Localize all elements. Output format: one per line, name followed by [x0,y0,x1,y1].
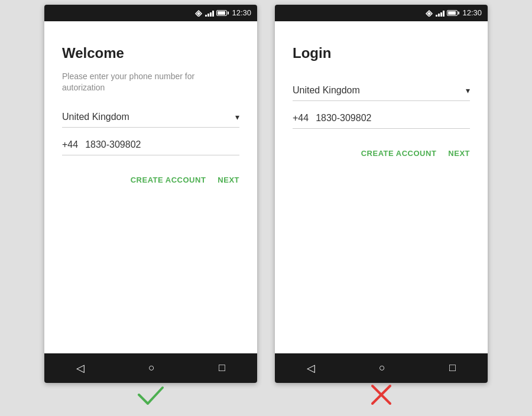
right-phone-wrapper: 12:30 Login United Kingdom ▾ +44 1830-30… [275,5,488,412]
right-screen: Login United Kingdom ▾ +44 1830-309802 C… [275,21,488,353]
right-status-icons: 12:30 [425,8,482,17]
right-nav-bar: ◁ ○ □ [275,353,488,383]
right-dropdown-arrow: ▾ [466,86,470,95]
left-phone-input-row: +44 1830-309802 [62,139,239,155]
battery-icon [216,10,227,16]
left-home-button[interactable]: ○ [148,362,155,374]
left-action-buttons: CREATE ACCOUNT NEXT [62,173,239,187]
left-screen-subtitle: Please enter your phone number for autor… [62,71,239,94]
right-battery-icon [447,10,458,16]
right-action-buttons: CREATE ACCOUNT NEXT [293,147,470,160]
left-phone-number: 1830-309802 [85,139,239,150]
right-wifi-icon [425,9,433,17]
right-phone-number: 1830-309802 [316,113,470,124]
left-nav-bar: ◁ ○ □ [44,353,257,383]
check-icon [136,383,166,407]
right-country-label: United Kingdom [293,85,360,96]
signal-icon [205,9,214,17]
right-recents-button[interactable]: □ [449,362,456,374]
left-country-select[interactable]: United Kingdom ▾ [62,112,239,128]
left-status-icons: 12:30 [194,8,251,17]
left-back-button[interactable]: ◁ [76,362,85,375]
right-phone-input-row: +44 1830-309802 [293,113,470,129]
right-signal-icon [436,9,445,17]
phones-row: 12:30 Welcome Please enter your phone nu… [44,5,488,412]
left-country-code: +44 [62,139,78,150]
left-screen: Welcome Please enter your phone number f… [44,21,257,353]
right-time: 12:30 [462,8,482,17]
right-country-code: +44 [293,113,309,124]
left-create-account-button[interactable]: CREATE ACCOUNT [131,173,206,187]
left-indicator [44,383,257,412]
right-screen-title: Login [293,45,470,61]
left-country-label: United Kingdom [62,112,129,122]
right-phone: 12:30 Login United Kingdom ▾ +44 1830-30… [275,5,488,383]
left-time: 12:30 [232,8,251,17]
left-phone-wrapper: 12:30 Welcome Please enter your phone nu… [44,5,257,412]
right-create-account-button[interactable]: CREATE ACCOUNT [361,147,437,160]
left-status-bar: 12:30 [44,5,257,21]
right-status-bar: 12:30 [275,5,488,21]
wifi-icon [194,9,203,17]
right-back-button[interactable]: ◁ [307,362,315,375]
left-screen-title: Welcome [62,45,239,61]
cross-icon [366,383,396,407]
right-country-select[interactable]: United Kingdom ▾ [293,85,470,101]
left-next-button[interactable]: NEXT [218,173,239,187]
left-dropdown-arrow: ▾ [235,112,239,122]
right-next-button[interactable]: NEXT [448,147,470,160]
left-phone: 12:30 Welcome Please enter your phone nu… [44,5,257,383]
right-indicator [275,383,488,412]
left-recents-button[interactable]: □ [219,362,225,374]
comparison-container: 12:30 Welcome Please enter your phone nu… [44,5,488,412]
right-home-button[interactable]: ○ [379,362,385,374]
